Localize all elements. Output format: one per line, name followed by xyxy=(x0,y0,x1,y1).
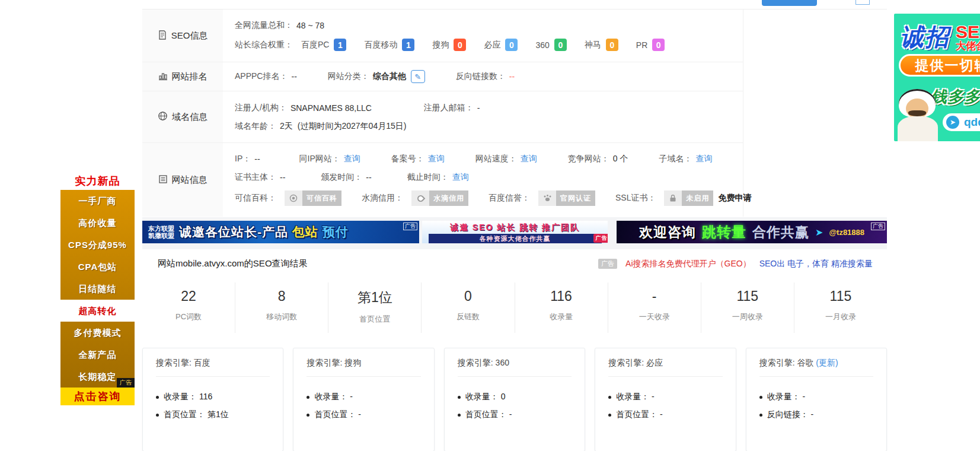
banner-highlight: 包站 xyxy=(292,225,318,239)
subdomain-label: 子域名： xyxy=(659,154,692,164)
baike-badge[interactable]: 可信百科 xyxy=(285,190,341,206)
telegram-contact-pill[interactable]: ➤ qdd76 1 xyxy=(943,113,980,131)
sidebar-ad-item[interactable]: 高价收量 xyxy=(60,212,135,234)
ad-headline-sub: 大佬合作 xyxy=(956,41,980,51)
right-ad-banner[interactable]: 广告 诚招 SEO 大佬合作 提供一切辅助 钱多多SEO ➤ qdd76 1 xyxy=(894,14,980,141)
weight-pr[interactable]: PR0 xyxy=(636,39,665,51)
sidebar-ad-item[interactable]: 一手厂商 xyxy=(60,190,135,212)
stats-row: 22PC词数 8移动词数 第1位首页位置 0反链数 116收录量 -一天收录 1… xyxy=(142,282,887,333)
cert-expire-query-link[interactable]: 查询 xyxy=(452,172,469,183)
weight-label: 站长综合权重： xyxy=(235,40,293,50)
weight-bing[interactable]: 必应0 xyxy=(484,39,518,51)
telegram-plane-icon: ➤ xyxy=(815,227,823,238)
water-drop-icon xyxy=(411,190,429,206)
row-label-text: 网站排名 xyxy=(172,71,208,82)
sidebar-ad-item[interactable]: 全新产品 xyxy=(60,344,135,366)
same-ip-query-link[interactable]: 查询 xyxy=(344,154,360,164)
ssl-label: SSL证书： xyxy=(615,193,656,204)
engine-card-bing: 搜索引擎: 必应 收录量： - 首页位置： - xyxy=(595,348,736,451)
banner-highlight: 跳转量 xyxy=(702,223,746,242)
speed-query-link[interactable]: 查询 xyxy=(521,154,537,164)
card-stat-row: 首页位置： 第1位 xyxy=(156,405,270,423)
ad-pill-text: 提供一切辅助 xyxy=(899,54,980,77)
engine-name: 百度 xyxy=(194,358,210,367)
traffic-value: 48 ~ 78 xyxy=(296,21,324,30)
row-label-text: 域名信息 xyxy=(172,112,208,123)
card-stat-row: 收录量： - xyxy=(759,388,873,405)
cert-expire-label: 截止时间： xyxy=(407,172,449,183)
row-label-text: 网站信息 xyxy=(172,174,208,186)
cutoff-blue-button[interactable] xyxy=(762,0,817,6)
banner-ad-seo-team[interactable]: 诚邀 SEO 站长 跳转 推广团队 各种资源大佬合作共赢 广告 xyxy=(422,221,608,243)
file-text-icon xyxy=(158,30,167,42)
competitor-value: 0 个 xyxy=(613,154,628,164)
traffic-label: 全网流量总和： xyxy=(235,20,293,31)
ad-tag: 广告 xyxy=(403,223,417,230)
registrant-value: SNAPNAMES 88,LLC xyxy=(291,103,372,113)
weight-shenma[interactable]: 神马0 xyxy=(585,39,618,51)
banner-ad-dongfang[interactable]: 东方联盟 凯撒联盟 诚邀各位站长-产品 包站 预付 广告 xyxy=(142,221,419,243)
results-title: 网站mobile.atvyx.com的SEO查询结果 xyxy=(158,258,308,269)
water-credit-badge[interactable]: 水滴信用 xyxy=(411,190,468,206)
ip-value: -- xyxy=(254,154,260,164)
sidebar-ad-item-active[interactable]: 超高转化 xyxy=(60,300,135,322)
weight-badge: 1 xyxy=(402,39,414,51)
registrant-email-label: 注册人邮箱： xyxy=(424,103,474,113)
ip-label: IP： xyxy=(235,154,251,164)
baike-label: 可信百科： xyxy=(235,193,276,204)
competitor-label: 竞争网站： xyxy=(568,154,609,164)
banner-main-text: 诚邀各位站长-产品 xyxy=(179,225,288,239)
engine-card-baidu: 搜索引擎: 百度 收录量： 116 首页位置： 第1位 xyxy=(142,348,283,451)
banner-main-text: 诚邀 SEO 站长 跳转 推广团队 xyxy=(422,223,608,233)
card-stat-row: 收录量： - xyxy=(307,388,420,405)
left-sidebar-ad[interactable]: 实力新品 一手厂商 高价收量 CPS分成95% CPA包站 日结随结 超高转化 … xyxy=(60,172,135,405)
weight-baidu-pc[interactable]: 百度PC1 xyxy=(301,39,346,51)
update-link[interactable]: (更新) xyxy=(816,358,838,367)
sidebar-ad-item[interactable]: 多付费模式 xyxy=(60,322,135,344)
ad-tag: 广告 xyxy=(117,378,135,388)
domain-age-label: 域名年龄： xyxy=(235,121,276,132)
baike-seal-icon xyxy=(285,190,302,206)
cert-issue-label: 颁发时间： xyxy=(321,172,362,183)
weight-360[interactable]: 3600 xyxy=(535,39,566,51)
row-seo-info: SEO信息 全网流量总和： 48 ~ 78 站长综合权重： 百度PC1 百度移动… xyxy=(142,9,743,62)
edit-category-icon[interactable]: ✎ xyxy=(411,70,425,83)
sidebar-ad-item[interactable]: CPA包站 xyxy=(60,256,135,278)
sidebar-ad-item[interactable]: 日结随结 xyxy=(60,278,135,300)
apppc-rank-value: -- xyxy=(291,72,296,81)
stat-mobile-words: 8移动词数 xyxy=(235,282,328,333)
row-site-info: 网站信息 IP：-- 同IP网站：查询 备案号：查询 网站速度：查询 竞争网站：… xyxy=(142,143,743,217)
stat-indexed-day: -一天收录 xyxy=(608,282,701,333)
sidebar-ad-item[interactable]: CPS分成95% xyxy=(60,234,135,256)
paw-icon xyxy=(538,190,556,206)
stat-indexed-month: 115一月收录 xyxy=(794,282,887,333)
banner-main-text: 欢迎咨询 xyxy=(639,223,696,242)
official-site-badge[interactable]: 官网认证 xyxy=(538,190,595,206)
card-stat-row: 首页位置： - xyxy=(608,405,722,423)
banner-alliance-name: 凯撒联盟 xyxy=(148,232,174,239)
weight-sogou[interactable]: 搜狗0 xyxy=(432,39,466,51)
weight-baidu-mobile[interactable]: 百度移动1 xyxy=(364,39,414,51)
ad-tag: 广告 xyxy=(871,223,885,230)
ssl-status-badge[interactable]: 未启用 xyxy=(664,190,713,206)
ad-headline-sub: SEO xyxy=(956,23,980,41)
sidebar-ad-cta[interactable]: 点击咨询 xyxy=(60,388,135,405)
card-stat-row: 反向链接： - xyxy=(759,405,873,423)
inline-ad-link-blue[interactable]: SEO出 电子，体育 精准搜索量 xyxy=(759,259,873,269)
ad-tag: 广告 xyxy=(593,234,608,243)
ssl-free-apply-link[interactable]: 免费申请 xyxy=(718,193,751,204)
seo-info-panel: SEO信息 全网流量总和： 48 ~ 78 站长综合权重： 百度PC1 百度移动… xyxy=(142,0,887,217)
weight-badge: 0 xyxy=(652,39,665,51)
subdomain-query-link[interactable]: 查询 xyxy=(695,154,712,164)
banner-ad-jump-traffic[interactable]: 欢迎咨询 跳转量 合作共赢 ➤ @tz81888 广告 xyxy=(617,221,887,243)
weight-badge: 1 xyxy=(334,39,346,51)
seo-info-label: SEO信息 xyxy=(142,9,223,62)
icp-label: 备案号： xyxy=(391,154,424,164)
seo-results-panel: 网站mobile.atvyx.com的SEO查询结果 广告 Ai搜索排名免费代理… xyxy=(142,249,887,451)
engine-card-google: 搜索引擎: 谷歌 (更新) 收录量： - 反向链接： - xyxy=(746,348,887,451)
inline-ad-link-red[interactable]: Ai搜索排名免费代理开户（GEO） xyxy=(625,259,751,269)
icp-query-link[interactable]: 查询 xyxy=(428,154,445,164)
weight-badge: 0 xyxy=(606,39,618,51)
stat-indexed: 116收录量 xyxy=(515,282,608,333)
domain-info-label: 域名信息 xyxy=(142,91,223,142)
